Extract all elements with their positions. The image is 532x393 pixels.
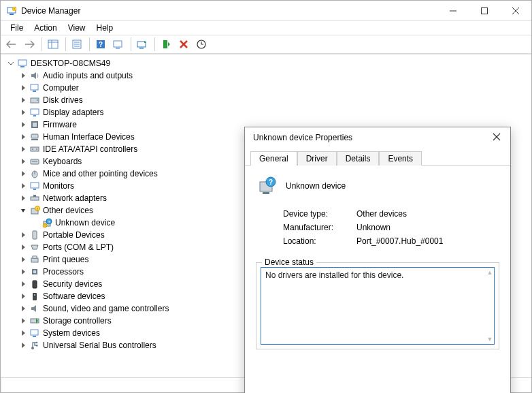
expand-icon[interactable] [18, 132, 28, 142]
category-icon [29, 340, 40, 351]
scan-hardware-button[interactable] [193, 36, 210, 52]
enable-device-button[interactable] [158, 36, 174, 52]
computer-icon [17, 58, 28, 69]
tab-general[interactable]: General [250, 151, 297, 166]
value-location: Port_#0007.Hub_#0001 [356, 236, 443, 246]
tab-events[interactable]: Events [379, 151, 422, 166]
category-icon [29, 95, 40, 106]
menu-file[interactable]: File [5, 22, 29, 34]
menu-action[interactable]: Action [29, 22, 62, 34]
category-icon [29, 230, 40, 240]
expand-icon[interactable] [18, 242, 28, 252]
value-device-type: Other devices [356, 209, 407, 219]
expand-icon[interactable] [18, 316, 28, 326]
show-hide-tree-button[interactable] [45, 36, 61, 52]
close-button[interactable] [500, 1, 531, 20]
svg-rect-44 [33, 189, 36, 190]
update-driver-button[interactable] [134, 36, 150, 52]
menu-view[interactable]: View [63, 22, 91, 34]
tree-item-label: Sound, video and game controllers [43, 304, 169, 313]
dialog-close-button[interactable] [483, 132, 510, 143]
device-name: Unknown device [286, 181, 346, 191]
uninstall-device-button[interactable] [176, 36, 192, 52]
category-icon [29, 107, 40, 118]
tree-item[interactable]: Display adapters [3, 106, 529, 119]
svg-rect-56 [31, 258, 38, 262]
tree-root[interactable]: DESKTOP-O8CMS49 [3, 57, 529, 69]
expand-icon[interactable] [18, 267, 28, 277]
svg-point-38 [36, 148, 37, 150]
label-location: Location: [283, 236, 356, 246]
status-scrollbar[interactable]: ▲▼ [487, 269, 493, 343]
tree-item[interactable]: Computer [3, 82, 529, 94]
expand-icon[interactable] [18, 71, 28, 80]
minimize-button[interactable] [437, 1, 469, 20]
expand-icon[interactable] [18, 341, 28, 350]
svg-rect-1 [10, 14, 14, 15]
svg-rect-45 [31, 197, 39, 200]
tree-item-label: Print queues [43, 255, 88, 264]
dialog-body: ? Unknown device Device type:Other devic… [245, 166, 510, 393]
dialog-titlebar: Unknown device Properties [245, 127, 510, 148]
category-icon [29, 291, 40, 302]
expand-icon[interactable] [18, 144, 28, 154]
expand-icon[interactable] [18, 279, 28, 289]
svg-rect-61 [33, 293, 37, 300]
scan-button[interactable] [110, 36, 127, 52]
expand-icon[interactable] [18, 95, 28, 105]
tree-item-label: System devices [43, 328, 100, 338]
menu-help[interactable]: Help [91, 22, 119, 34]
back-button[interactable] [3, 36, 20, 52]
tree-item-label: Audio inputs and outputs [43, 71, 133, 80]
dialog-title: Unknown device Properties [253, 133, 352, 142]
svg-rect-35 [31, 139, 38, 140]
tree-item-label: Firmware [43, 120, 77, 129]
svg-rect-26 [31, 84, 38, 90]
svg-rect-36 [31, 147, 39, 151]
device-status-text[interactable]: No drivers are installed for this device… [261, 267, 495, 345]
svg-rect-20 [163, 40, 167, 48]
expand-icon[interactable] [18, 206, 28, 215]
expand-icon[interactable] [18, 255, 28, 264]
expand-icon[interactable] [18, 230, 28, 240]
expand-icon[interactable] [18, 157, 28, 166]
expand-icon[interactable] [18, 120, 28, 129]
device-status-group: Device status No drivers are installed f… [256, 262, 499, 349]
forward-button[interactable] [21, 36, 37, 52]
tree-item[interactable]: Disk drives [3, 94, 529, 106]
expand-icon[interactable] [18, 193, 28, 203]
tab-details[interactable]: Details [337, 151, 380, 166]
category-icon [29, 119, 40, 130]
svg-rect-57 [33, 256, 37, 258]
tree-item-label: Network adapters [43, 193, 107, 203]
category-icon [29, 254, 40, 265]
svg-rect-27 [33, 91, 36, 92]
expand-icon[interactable] [18, 83, 28, 93]
svg-rect-16 [114, 41, 122, 47]
svg-point-67 [36, 342, 38, 344]
svg-rect-25 [20, 66, 24, 67]
svg-rect-68 [36, 345, 38, 347]
maximize-button[interactable] [469, 1, 500, 20]
properties-button[interactable] [69, 36, 85, 52]
expand-icon[interactable] [18, 328, 28, 338]
category-icon [29, 279, 40, 289]
expand-icon[interactable] [18, 181, 28, 191]
category-icon [29, 328, 40, 339]
expand-icon[interactable] [18, 169, 28, 178]
help-button[interactable]: ? [93, 36, 109, 52]
properties-dialog: Unknown device Properties General Driver… [244, 127, 511, 393]
dialog-tabs: General Driver Details Events [245, 148, 510, 166]
svg-rect-31 [33, 115, 36, 116]
tree-item[interactable]: Audio inputs and outputs [3, 69, 529, 82]
expand-icon[interactable] [18, 304, 28, 313]
expand-icon[interactable] [6, 59, 16, 68]
expand-icon[interactable] [18, 292, 28, 301]
svg-rect-17 [116, 48, 120, 49]
expand-icon[interactable] [18, 108, 28, 117]
tab-driver[interactable]: Driver [297, 151, 337, 166]
unknown-device-icon: ?! [41, 217, 52, 228]
svg-point-62 [34, 294, 35, 296]
label-manufacturer: Manufacturer: [283, 223, 356, 232]
category-icon: ! [29, 205, 40, 216]
